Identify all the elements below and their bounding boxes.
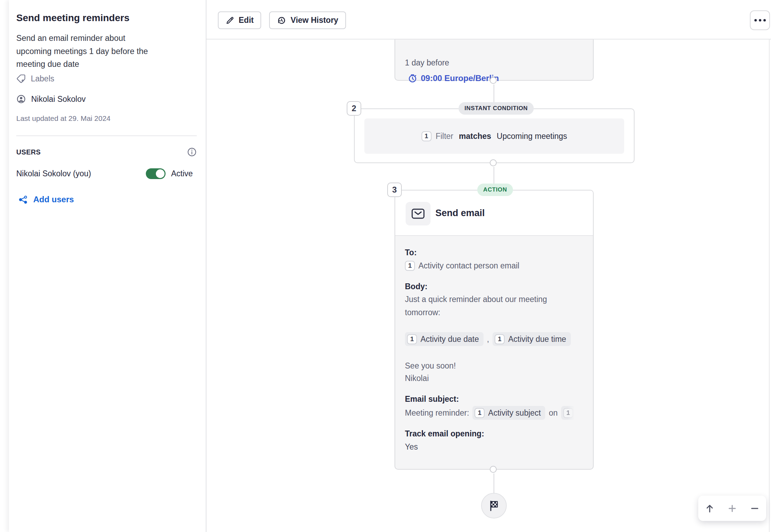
condition-expression: 1 Filter matches Upcoming meetings [364, 118, 624, 154]
info-icon[interactable] [187, 147, 197, 157]
token-chip: 1 [422, 131, 432, 141]
connector-line [494, 85, 494, 104]
user-active-toggle[interactable] [146, 168, 166, 179]
reset-view-button[interactable] [700, 499, 719, 518]
step-badge-2[interactable]: 2 [347, 101, 361, 116]
comma-text: , [487, 335, 489, 344]
action-card-send-email[interactable]: Send email To: 1 Activity contact person… [395, 190, 594, 470]
action-badge: ACTION [477, 184, 513, 196]
action-title: Send email [435, 208, 485, 219]
connector-line [494, 167, 494, 185]
view-history-button[interactable]: View History [269, 11, 346, 29]
action-icon-tile [406, 202, 431, 225]
to-value-row: 1 Activity contact person email [405, 258, 585, 273]
connector-dot [490, 159, 497, 166]
user-row-name: Nikolai Sokolov (you) [16, 169, 91, 178]
token-chip: 1 [475, 408, 485, 418]
workflow-end-node [481, 493, 507, 518]
arrow-up-icon [704, 503, 715, 514]
track-opening-value: Yes [405, 439, 585, 454]
automation-details-panel: Send meeting reminders Send an email rem… [9, 0, 206, 532]
canvas-toolbar: Edit View History [206, 0, 771, 39]
users-heading: USERS [16, 148, 41, 156]
trigger-time-row: 09:00 Europe/Berlin [408, 73, 499, 83]
owner-name: Nikolai Sokolov [31, 95, 86, 104]
plus-icon [727, 503, 737, 514]
token-chip: 1 [495, 334, 505, 344]
subject-on-text: on [549, 408, 558, 418]
user-status-label: Active [171, 169, 193, 178]
canvas-zoom-controls [698, 496, 766, 521]
add-users-label: Add users [33, 195, 74, 204]
trigger-time-text: 09:00 Europe/Berlin [421, 73, 499, 83]
token-chip: 1 [405, 261, 415, 271]
finish-flag-icon [488, 500, 500, 512]
connector-dot [490, 77, 497, 84]
labels-label: Labels [31, 74, 54, 83]
closing-line: Nikolai [405, 371, 585, 386]
canvas-scrollbar[interactable] [769, 39, 770, 532]
body-token-row: 1 Activity due date , 1 Activity due tim… [405, 331, 585, 347]
automation-description: Send an email reminder about upcoming me… [16, 32, 148, 71]
view-history-button-label: View History [291, 16, 338, 25]
more-options-button[interactable] [750, 10, 770, 30]
more-dots-icon [754, 19, 757, 21]
token-chip: 1 [407, 334, 417, 344]
pencil-icon [225, 16, 234, 25]
condition-field: Filter [436, 132, 453, 141]
condition-operator: matches [459, 132, 491, 141]
action-card-header: Send email [395, 190, 593, 236]
to-value: Activity contact person email [418, 261, 519, 271]
condition-value: Upcoming meetings [497, 132, 567, 141]
email-subject-row: Meeting reminder: 1 Activity subject on … [405, 405, 585, 420]
labels-row[interactable]: Labels [16, 74, 54, 83]
zoom-out-button[interactable] [745, 499, 764, 518]
minus-icon [750, 503, 760, 514]
connector-line [494, 473, 494, 494]
zoom-in-button[interactable] [723, 499, 742, 518]
divider [16, 135, 197, 136]
mail-icon [411, 208, 425, 220]
user-icon [16, 94, 26, 104]
page-title: Send meeting reminders [16, 12, 130, 24]
email-subject-label: Email subject: [405, 391, 585, 407]
tag-icon [16, 74, 26, 83]
body-line: tomorrow: [405, 305, 585, 320]
edit-button-label: Edit [239, 16, 254, 25]
step-badge-3[interactable]: 3 [387, 183, 402, 197]
token-chip: 1 [563, 408, 573, 418]
token-activity-due-time: 1 Activity due time [493, 332, 570, 346]
toggle-knob [156, 169, 165, 178]
trigger-schedule-text: 1 day before [405, 58, 449, 68]
history-icon [277, 16, 286, 25]
owner-row: Nikolai Sokolov [16, 94, 86, 104]
instant-condition-badge: INSTANT CONDITION [459, 102, 534, 115]
subject-prefix: Meeting reminder: [405, 408, 469, 418]
last-updated-text: Last updated at 29. Mai 2024 [16, 114, 110, 123]
clock-icon [408, 73, 417, 83]
token-activity-due-date: 1 Activity due date [405, 332, 484, 346]
edit-button[interactable]: Edit [218, 11, 261, 29]
token-clipped: 1 [561, 406, 575, 420]
instant-condition-card[interactable]: 1 Filter matches Upcoming meetings [354, 108, 635, 163]
add-users-button[interactable]: Add users [18, 195, 74, 204]
connector-dot [490, 466, 497, 473]
share-icon [18, 195, 28, 204]
token-activity-subject: 1 Activity subject [472, 406, 545, 420]
